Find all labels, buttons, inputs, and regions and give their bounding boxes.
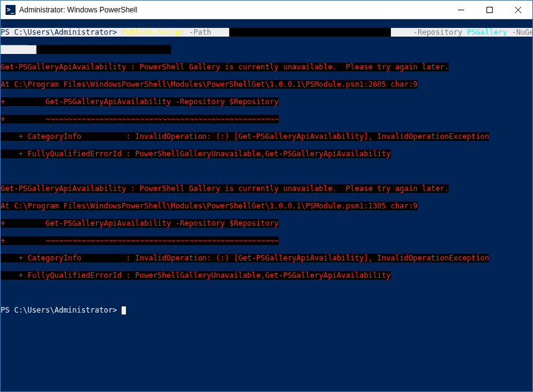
window-title: Administrator: Windows PowerShell <box>19 6 447 14</box>
error-1-l2: At C:\Program Files\WindowsPowerShell\Mo… <box>1 80 532 89</box>
command-line-2: ██████ ██████████████████████████████ <box>1 45 532 54</box>
prompt-1: PS C:\Users\Administrator> <box>1 28 122 37</box>
minimize-icon <box>458 7 464 13</box>
minimize-button[interactable] <box>447 1 475 19</box>
prompt-2: PS C:\Users\Administrator> <box>1 306 122 314</box>
error-2-l1: Get-PSGalleryApiAvailability : PowerShel… <box>1 184 532 193</box>
svg-rect-1 <box>487 7 493 12</box>
command-line-1: PS C:\Users\Administrator> Publish-Scrip… <box>1 28 532 37</box>
error-2-l3: + Get-PSGalleryApiAvailability -Reposito… <box>1 219 532 228</box>
blank-line-1 <box>1 167 532 176</box>
error-1-l5: + CategoryInfo : InvalidOperation: (:) [… <box>1 132 532 141</box>
error-2-l2: At C:\Program Files\WindowsPowerShell\Mo… <box>1 202 532 210</box>
param-repository: -Repository <box>409 28 467 37</box>
powershell-window: >_ Administrator: Windows PowerShell PS … <box>0 0 533 392</box>
titlebar[interactable]: >_ Administrator: Windows PowerShell <box>1 1 532 19</box>
param-nugetapikey: -NuGetApiKey <box>507 28 532 37</box>
close-button[interactable] <box>504 1 532 19</box>
blank-line-2 <box>1 288 532 297</box>
error-2-l6: + FullyQualifiedErrorId : PowerShellGall… <box>1 271 532 280</box>
redacted-key-1: ██████ <box>1 45 27 54</box>
error-1-l6: + FullyQualifiedErrorId : PowerShellGall… <box>1 149 532 158</box>
error-1-l4: + ~~~~~~~~~~~~~~~~~~~~~~~~~~~~~~~~~~~~~~… <box>1 115 532 123</box>
error-2-l4: + ~~~~~~~~~~~~~~~~~~~~~~~~~~~~~~~~~~~~~~… <box>1 236 532 245</box>
terminal-area[interactable]: PS C:\Users\Administrator> Publish-Scrip… <box>1 19 532 391</box>
command-name: Publish-Script <box>122 28 184 37</box>
close-icon <box>515 7 521 13</box>
terminal-cursor <box>122 306 126 314</box>
error-1-l3: + Get-PSGalleryApiAvailability -Reposito… <box>1 97 532 106</box>
powershell-icon: >_ <box>6 5 16 15</box>
error-2-l5: + CategoryInfo : InvalidOperation: (:) [… <box>1 254 532 262</box>
maximize-icon <box>486 7 493 13</box>
path-arg-ext: .ps1 <box>391 28 409 37</box>
error-1-l1: Get-PSGalleryApiAvailability : PowerShel… <box>1 63 532 71</box>
repository-arg: PSGallery <box>467 28 507 37</box>
maximize-button[interactable] <box>475 1 504 19</box>
window-controls <box>447 1 532 19</box>
param-path: -Path <box>184 28 216 37</box>
redacted-path: ████████████████████████████████████ <box>230 28 391 37</box>
path-arg-start: D:\ <box>216 28 230 37</box>
powershell-icon-glyph: >_ <box>7 6 14 13</box>
redacted-key-2: ██████████████████████████████ <box>37 45 171 54</box>
prompt-line-2: PS C:\Users\Administrator> <box>1 306 532 314</box>
